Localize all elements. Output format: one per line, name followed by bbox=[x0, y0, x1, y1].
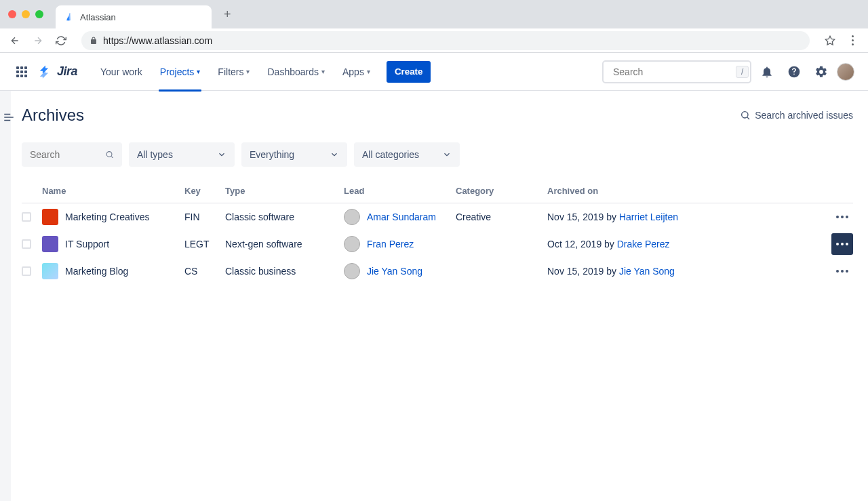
lead-avatar bbox=[344, 236, 360, 252]
row-actions-button[interactable] bbox=[831, 260, 853, 282]
row-actions-button[interactable] bbox=[831, 206, 853, 228]
col-header-archived[interactable]: Archived on bbox=[547, 186, 823, 196]
lead-avatar bbox=[344, 263, 360, 279]
project-name: IT Support bbox=[65, 239, 109, 249]
project-type: Next-gen software bbox=[225, 239, 344, 249]
maximize-window-button[interactable] bbox=[35, 10, 43, 18]
project-name: Marketing Blog bbox=[65, 266, 128, 277]
project-key: LEGT bbox=[184, 239, 225, 249]
reload-button[interactable] bbox=[56, 35, 68, 46]
search-shortcut-hint: / bbox=[736, 66, 749, 78]
browser-toolbar: https://www.atlassian.com bbox=[0, 28, 868, 53]
jira-logo[interactable]: Jira bbox=[38, 64, 77, 79]
col-header-type[interactable]: Type bbox=[225, 186, 344, 196]
back-button[interactable] bbox=[9, 35, 22, 46]
window-controls bbox=[8, 10, 43, 18]
create-button[interactable]: Create bbox=[387, 61, 431, 83]
project-type: Classic software bbox=[225, 212, 344, 222]
filter-type-dropdown[interactable]: All types bbox=[129, 142, 235, 167]
lead-link[interactable]: Fran Perez bbox=[367, 239, 414, 249]
nav-filters[interactable]: Filters▾ bbox=[211, 53, 256, 91]
minimize-window-button[interactable] bbox=[22, 10, 30, 18]
tab-title: Atlassian bbox=[80, 12, 116, 22]
browser-menu-button[interactable] bbox=[846, 35, 859, 45]
col-header-key[interactable]: Key bbox=[184, 186, 225, 196]
chevron-down-icon: ▾ bbox=[246, 68, 250, 75]
page-title: Archives bbox=[22, 106, 84, 125]
project-type: Classic business bbox=[225, 266, 344, 277]
lead-avatar bbox=[344, 209, 360, 225]
col-header-lead[interactable]: Lead bbox=[344, 186, 456, 196]
sidebar-toggle-icon[interactable] bbox=[3, 111, 8, 123]
lead-link[interactable]: Jie Yan Song bbox=[367, 266, 422, 277]
archived-on: Nov 15, 2019 by Harriet Leijten bbox=[547, 212, 823, 222]
table-row: IT SupportLEGTNext-gen softwareFran Pere… bbox=[22, 231, 853, 258]
project-icon bbox=[42, 236, 58, 252]
nav-dashboards[interactable]: Dashboards▾ bbox=[260, 53, 332, 91]
col-header-category[interactable]: Category bbox=[456, 186, 547, 196]
chevron-down-icon bbox=[217, 150, 226, 159]
settings-icon[interactable] bbox=[810, 60, 833, 83]
archived-by-link[interactable]: Jie Yan Song bbox=[619, 266, 675, 277]
project-category: Creative bbox=[456, 212, 547, 222]
projects-table: Name Key Type Lead Category Archived on … bbox=[22, 186, 853, 285]
close-window-button[interactable] bbox=[8, 10, 16, 18]
chevron-down-icon: ▾ bbox=[197, 68, 200, 75]
nav-projects[interactable]: Projects▾ bbox=[153, 53, 208, 91]
filter-search-input[interactable] bbox=[30, 149, 100, 160]
address-bar[interactable]: https://www.atlassian.com bbox=[81, 31, 810, 50]
project-name: Marketing Creatives bbox=[65, 212, 150, 222]
user-avatar[interactable] bbox=[837, 63, 854, 81]
project-icon bbox=[42, 209, 58, 225]
filters-row: All types Everything All categories bbox=[22, 142, 853, 167]
svg-point-5 bbox=[742, 112, 748, 118]
forward-button[interactable] bbox=[33, 35, 45, 46]
jira-mark-icon bbox=[38, 64, 53, 79]
sidebar-gutter bbox=[0, 91, 11, 501]
table-row: Marketing BlogCSClassic businessJie Yan … bbox=[22, 258, 853, 285]
notifications-icon[interactable] bbox=[755, 60, 778, 83]
search-archived-issues-link[interactable]: Search archived issues bbox=[740, 110, 853, 121]
chevron-down-icon: ▾ bbox=[321, 68, 325, 75]
global-search[interactable]: / bbox=[602, 60, 751, 83]
jira-product-name: Jira bbox=[57, 64, 77, 79]
svg-point-6 bbox=[106, 152, 112, 157]
atlassian-icon bbox=[65, 12, 75, 22]
row-checkbox[interactable] bbox=[22, 239, 31, 249]
row-checkbox[interactable] bbox=[22, 212, 31, 222]
col-header-name[interactable]: Name bbox=[42, 186, 184, 196]
global-search-input[interactable] bbox=[613, 66, 732, 77]
lock-icon bbox=[90, 37, 98, 45]
table-header-row: Name Key Type Lead Category Archived on bbox=[22, 186, 853, 203]
filter-category-dropdown[interactable]: All categories bbox=[354, 142, 460, 167]
help-icon[interactable] bbox=[783, 60, 806, 83]
chevron-down-icon bbox=[330, 150, 339, 159]
filter-search[interactable] bbox=[22, 142, 122, 167]
new-tab-button[interactable]: + bbox=[224, 7, 231, 22]
browser-tab-bar: Atlassian + bbox=[0, 0, 868, 28]
row-checkbox[interactable] bbox=[22, 266, 31, 276]
archived-by-link[interactable]: Harriet Leijten bbox=[619, 212, 678, 222]
jira-top-nav: Jira Your work Projects▾ Filters▾ Dashbo… bbox=[0, 53, 868, 91]
app-switcher-icon[interactable] bbox=[14, 64, 30, 80]
search-icon bbox=[105, 149, 114, 160]
archived-on: Oct 12, 2019 by Drake Perez bbox=[547, 239, 823, 249]
archived-on: Nov 15, 2019 by Jie Yan Song bbox=[547, 266, 823, 277]
lead-link[interactable]: Amar Sundaram bbox=[367, 212, 436, 222]
table-row: Marketing CreativesFINClassic softwareAm… bbox=[22, 203, 853, 231]
project-key: FIN bbox=[184, 212, 225, 222]
archived-by-link[interactable]: Drake Perez bbox=[617, 239, 670, 249]
chevron-down-icon bbox=[442, 150, 452, 159]
filter-everything-dropdown[interactable]: Everything bbox=[241, 142, 347, 167]
browser-tab[interactable]: Atlassian bbox=[56, 5, 212, 28]
nav-your-work[interactable]: Your work bbox=[94, 53, 149, 91]
nav-apps[interactable]: Apps▾ bbox=[336, 53, 377, 91]
search-icon bbox=[740, 110, 751, 121]
project-icon bbox=[42, 263, 58, 279]
chevron-down-icon: ▾ bbox=[367, 68, 370, 75]
row-actions-button[interactable] bbox=[831, 233, 853, 255]
url-text: https://www.atlassian.com bbox=[103, 35, 212, 46]
bookmark-icon[interactable] bbox=[825, 35, 835, 46]
project-key: CS bbox=[184, 266, 225, 277]
